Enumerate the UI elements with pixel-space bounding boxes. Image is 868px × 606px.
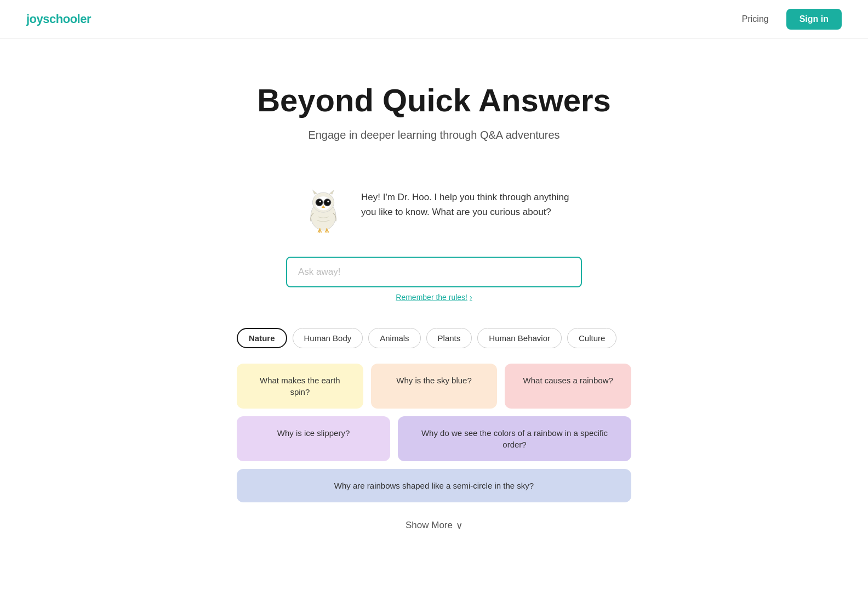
show-more-button[interactable]: Show More ∨: [406, 520, 462, 531]
search-container: Remember the rules! ›: [0, 246, 868, 306]
svg-marker-2: [312, 190, 317, 194]
chevron-right-icon: ›: [470, 293, 472, 302]
mascot-section: Hey! I'm Dr. Hoo. I help you think throu…: [242, 163, 626, 246]
category-pill-human-behavior[interactable]: Human Behavior: [477, 328, 562, 348]
question-card[interactable]: What makes the earth spin?: [237, 364, 363, 409]
category-pill-plants[interactable]: Plants: [426, 328, 472, 348]
category-pill-animals[interactable]: Animals: [368, 328, 420, 348]
svg-point-6: [317, 200, 322, 205]
questions-row-3: Why are rainbows shaped like a semi-circ…: [237, 469, 631, 502]
show-more-container: Show More ∨: [0, 502, 868, 549]
logo: joyschooler: [26, 12, 91, 26]
svg-line-18: [319, 228, 320, 229]
category-pill-culture[interactable]: Culture: [567, 328, 616, 348]
questions-grid: What makes the earth spin? Why is the sk…: [237, 364, 631, 502]
svg-point-10: [327, 201, 329, 202]
hero-subtitle: Engage in deeper learning through Q&A ad…: [11, 129, 857, 141]
category-pill-nature[interactable]: Nature: [237, 328, 287, 348]
questions-row-2: Why is ice slippery? Why do we see the c…: [237, 416, 631, 461]
hero-section: Beyond Quick Answers Engage in deeper le…: [0, 39, 868, 163]
category-pills: Nature Human Body Animals Plants Human B…: [237, 328, 631, 348]
question-card[interactable]: Why are rainbows shaped like a semi-circ…: [237, 469, 631, 502]
hero-title: Beyond Quick Answers: [11, 83, 857, 118]
remember-rules-link[interactable]: Remember the rules! ›: [396, 293, 472, 302]
mascot-speech: Hey! I'm Dr. Hoo. I help you think throu…: [361, 185, 569, 219]
category-pill-human-body[interactable]: Human Body: [293, 328, 363, 348]
categories-section: Nature Human Body Animals Plants Human B…: [226, 328, 642, 502]
navbar: joyschooler Pricing Sign in: [0, 0, 868, 39]
question-card[interactable]: Why is the sky blue?: [371, 364, 498, 409]
pricing-link[interactable]: Pricing: [742, 14, 769, 24]
svg-point-7: [319, 201, 321, 202]
svg-marker-3: [329, 190, 334, 194]
question-card[interactable]: Why is ice slippery?: [237, 416, 390, 461]
search-input[interactable]: [286, 257, 582, 287]
question-card[interactable]: What causes a rainbow?: [505, 364, 631, 409]
signin-button[interactable]: Sign in: [786, 9, 842, 30]
svg-point-9: [324, 200, 330, 205]
mascot-avatar: [299, 185, 348, 235]
questions-row-1: What makes the earth spin? Why is the sk…: [237, 364, 631, 409]
svg-line-19: [327, 228, 327, 229]
question-card[interactable]: Why do we see the colors of a rainbow in…: [398, 416, 631, 461]
nav-right: Pricing Sign in: [742, 9, 842, 30]
chevron-down-icon: ∨: [456, 520, 462, 531]
